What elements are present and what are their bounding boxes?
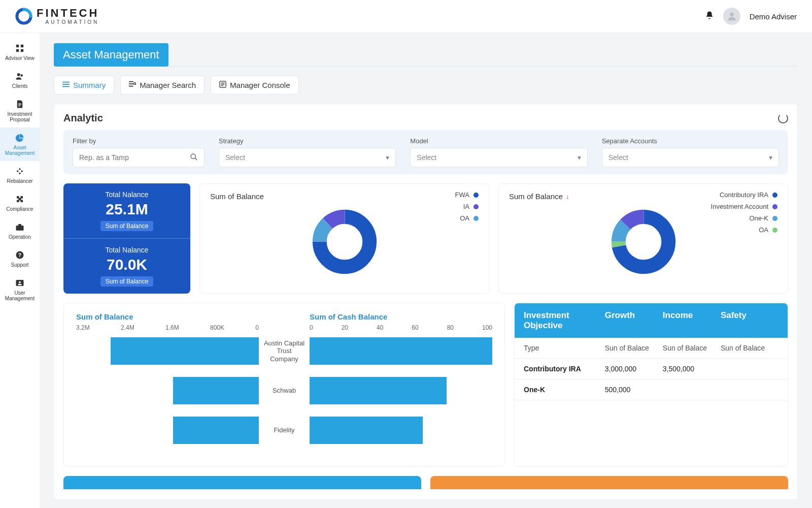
bar-right-title: Sum of Cash Balance	[310, 312, 492, 321]
donut-chart-1: Sum of Balance FWA IA OA	[199, 183, 489, 294]
sidebar: Advisor View Clients Investment Proposal…	[0, 33, 40, 508]
puzzle-icon	[15, 194, 24, 204]
svg-rect-20	[62, 82, 70, 83]
bottom-cards	[63, 476, 788, 489]
main-content: Asset Management Summary Manager Search …	[40, 33, 812, 508]
sidebar-item-support[interactable]: ? Support	[0, 245, 40, 273]
total-balance-1: Total Nalance 25.1M Sum of Balance	[63, 183, 190, 238]
svg-rect-24	[129, 83, 133, 84]
user-name[interactable]: Demo Adviser	[750, 12, 797, 21]
bar-row: Austin Capital Trust Company	[76, 335, 492, 367]
topbar: FINTECH AUTOMATION Demo Adviser	[0, 0, 812, 33]
sidebar-item-operation[interactable]: Operation	[0, 217, 40, 245]
axis-ticks: 3.2M2.4M1.6M800K0 020406080100	[76, 324, 492, 331]
tab-manager-search[interactable]: Manager Search	[120, 76, 205, 94]
sidebar-item-user-management[interactable]: User Management	[0, 273, 40, 306]
total-balance-2: Total Nalance 70.0K Sum of Balance	[63, 238, 190, 294]
tab-summary[interactable]: Summary	[54, 76, 114, 94]
svg-rect-15	[18, 224, 21, 226]
bar-row: Schwab	[76, 375, 492, 406]
sidebar-item-advisor-view[interactable]: Advisor View	[0, 38, 40, 66]
svg-rect-4	[21, 49, 23, 52]
legend-item: FWA	[455, 191, 479, 199]
refresh-icon[interactable]	[778, 113, 788, 123]
bar-left-title: Sum of Balance	[76, 312, 259, 321]
svg-rect-1	[16, 45, 19, 47]
model-select[interactable]: Select ▾	[410, 148, 587, 167]
sidebar-item-rebalancer[interactable]: Rebalancer	[0, 161, 40, 189]
notifications-icon[interactable]	[705, 11, 714, 22]
bottom-card-orange	[430, 476, 788, 489]
svg-marker-10	[19, 168, 21, 170]
brand-name: FINTECH	[37, 8, 99, 19]
search-list-icon	[129, 81, 136, 89]
separate-select[interactable]: Select ▾	[602, 148, 779, 167]
tabs: Summary Manager Search Manager Console	[54, 76, 798, 94]
svg-rect-22	[62, 86, 70, 87]
svg-rect-25	[129, 86, 133, 87]
strategy-select[interactable]: Select ▾	[219, 148, 396, 167]
sidebar-item-investment-proposal[interactable]: Investment Proposal	[0, 94, 40, 128]
svg-rect-23	[129, 81, 133, 82]
strategy-label: Strategy	[219, 137, 396, 145]
table-subheader: Type Sun of Balace Sun of Balace Sun of …	[515, 338, 788, 359]
avatar[interactable]	[723, 8, 740, 25]
svg-point-32	[191, 154, 195, 158]
svg-marker-13	[21, 170, 23, 173]
console-icon	[219, 81, 226, 89]
svg-marker-12	[16, 170, 18, 173]
panel-title: Analytic	[63, 112, 103, 124]
page-title: Asset Management	[54, 43, 168, 67]
table-row: Contributory IRA 3,000,000 3,500,000	[515, 359, 788, 379]
svg-point-6	[21, 74, 23, 77]
briefcase-icon	[15, 222, 24, 232]
chevron-down-icon: ▾	[386, 153, 389, 162]
svg-rect-7	[18, 104, 21, 104]
chevron-down-icon: ▾	[578, 153, 581, 162]
help-icon: ?	[15, 250, 24, 260]
trend-down-icon: ↓	[566, 193, 569, 200]
filter-by-label: Filter by	[73, 137, 205, 145]
svg-rect-21	[62, 84, 70, 85]
table-row: One-K 500,000	[515, 379, 788, 400]
dual-bar-chart: Sum of Balance Sum of Cash Balance 3.2M2…	[63, 303, 505, 467]
pie-chart-icon	[15, 133, 24, 143]
donut-chart-2: Sum of Balance ↓ Contributory IRA Invest…	[498, 183, 788, 294]
filter-by-input[interactable]	[79, 153, 190, 162]
legend-item: Contributory IRA	[711, 191, 777, 199]
donut-icon	[611, 209, 676, 275]
bar-row: Fidelity	[76, 415, 492, 446]
svg-rect-2	[21, 45, 23, 47]
analytic-panel: Analytic Filter by Strategy Se	[54, 104, 798, 500]
svg-rect-9	[18, 106, 20, 106]
sidebar-item-compliance[interactable]: Compliance	[0, 189, 40, 217]
svg-line-33	[195, 158, 197, 160]
brand-tagline: AUTOMATION	[46, 20, 99, 25]
search-icon[interactable]	[190, 153, 198, 163]
tab-manager-console[interactable]: Manager Console	[211, 76, 298, 94]
rebalancer-icon	[15, 166, 24, 176]
filter-by-input-wrap[interactable]	[73, 148, 205, 167]
svg-rect-3	[16, 49, 19, 52]
svg-text:?: ?	[18, 252, 21, 258]
svg-point-19	[19, 281, 21, 283]
clients-icon	[15, 71, 24, 81]
investment-objective-table: Investment Objective Growth Income Safet…	[514, 303, 788, 467]
chevron-down-icon: ▾	[769, 153, 772, 162]
list-icon	[62, 81, 70, 89]
sidebar-item-asset-management[interactable]: Asset Management	[0, 128, 40, 161]
dashboard-icon	[15, 43, 24, 53]
document-icon	[16, 99, 24, 109]
model-label: Model	[410, 137, 587, 145]
chart-title: Sum of Balance	[210, 192, 479, 201]
user-badge-icon	[15, 278, 24, 288]
filter-bar: Filter by Strategy Select ▾	[63, 130, 788, 174]
svg-rect-8	[18, 105, 21, 105]
sidebar-item-clients[interactable]: Clients	[0, 66, 40, 94]
chart-title: Sum of Balance	[509, 192, 563, 201]
svg-point-26	[134, 82, 136, 84]
svg-line-27	[136, 84, 136, 85]
separate-label: Separate Accounts	[602, 137, 779, 145]
svg-point-0	[730, 13, 733, 16]
donut-icon	[312, 209, 378, 275]
